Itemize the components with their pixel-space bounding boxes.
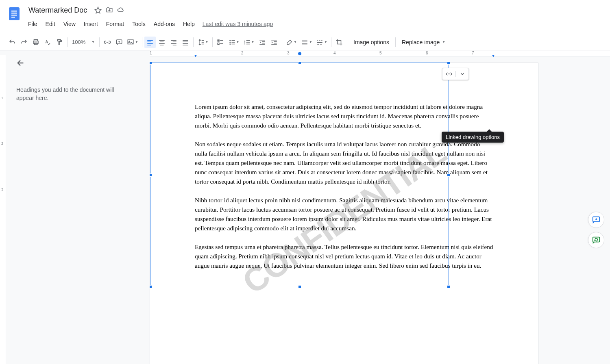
spellcheck-button[interactable] xyxy=(42,37,53,48)
svg-rect-1 xyxy=(11,11,17,12)
document-title[interactable]: Watermarked Doc xyxy=(26,5,89,15)
decrease-indent-button[interactable] xyxy=(257,37,268,48)
align-justify-button[interactable] xyxy=(180,37,191,48)
print-button[interactable] xyxy=(30,37,41,48)
svg-rect-52 xyxy=(302,41,307,42)
svg-rect-26 xyxy=(183,45,188,46)
svg-rect-44 xyxy=(262,41,265,42)
zoom-select[interactable]: 100%▼ xyxy=(70,37,97,48)
vertical-ruler: 1 2 3 xyxy=(0,55,6,364)
menu-help[interactable]: Help xyxy=(179,19,198,29)
menu-addons[interactable]: Add-ons xyxy=(150,19,179,29)
align-left-button[interactable] xyxy=(144,37,156,48)
svg-rect-61 xyxy=(322,44,322,45)
align-center-button[interactable] xyxy=(156,37,168,48)
insert-link-button[interactable] xyxy=(102,37,113,48)
horizontal-ruler[interactable]: 1 ▾ 2 3 4 5 6 7 ▾ xyxy=(150,50,610,56)
linked-drawing-pill xyxy=(442,68,469,80)
indent-marker-left[interactable]: ▾ xyxy=(194,53,197,58)
menu-edit[interactable]: Edit xyxy=(42,19,59,29)
svg-rect-20 xyxy=(173,41,176,42)
move-icon[interactable] xyxy=(105,6,114,15)
checklist-button[interactable] xyxy=(215,37,226,48)
svg-rect-0 xyxy=(9,7,20,20)
suggest-edits-rail-button[interactable] xyxy=(588,232,604,248)
svg-rect-19 xyxy=(171,40,176,41)
resize-handle[interactable] xyxy=(150,61,152,65)
border-dash-button[interactable]: ▼ xyxy=(314,37,329,48)
zoom-value: 100% xyxy=(72,39,85,45)
resize-handle[interactable] xyxy=(447,173,450,177)
border-weight-button[interactable]: ▼ xyxy=(299,37,314,48)
star-icon[interactable] xyxy=(94,6,102,15)
menu-tools[interactable]: Tools xyxy=(129,19,149,29)
docs-logo[interactable] xyxy=(7,6,23,22)
menu-view[interactable]: View xyxy=(60,19,79,29)
svg-rect-16 xyxy=(160,41,164,42)
increase-indent-button[interactable] xyxy=(268,37,280,48)
separator xyxy=(331,37,331,47)
right-rail xyxy=(588,212,604,248)
separator xyxy=(193,37,194,47)
svg-rect-28 xyxy=(218,43,219,44)
resize-handle[interactable] xyxy=(298,285,301,288)
last-edit-link[interactable]: Last edit was 3 minutes ago xyxy=(203,21,273,27)
image-options-button[interactable]: Image options xyxy=(349,37,393,48)
resize-handle[interactable] xyxy=(298,61,301,65)
image-options-label: Image options xyxy=(353,39,389,46)
svg-rect-54 xyxy=(317,40,318,41)
replace-image-button[interactable]: Replace image▼ xyxy=(398,37,449,48)
resize-handle[interactable] xyxy=(150,173,152,177)
redo-button[interactable] xyxy=(18,37,30,48)
canvas[interactable]: 1 ▾ 2 3 4 5 6 7 ▾ CONFIDENTIAL Lorem ips… xyxy=(150,50,610,364)
line-spacing-button[interactable]: ▼ xyxy=(196,37,210,48)
undo-button[interactable] xyxy=(7,37,18,48)
chevron-down-icon: ▼ xyxy=(92,40,95,44)
menu-file[interactable]: File xyxy=(24,19,41,29)
separator xyxy=(67,37,68,47)
numbered-list-button[interactable]: 123▼ xyxy=(242,37,256,48)
align-right-button[interactable] xyxy=(168,37,179,48)
resize-handle[interactable] xyxy=(447,285,450,288)
title-area: Watermarked Doc File Edit View Insert Fo… xyxy=(26,3,603,30)
svg-rect-21 xyxy=(171,43,176,44)
toolbar: 100%▼ ▼ ▼ ▼ 123▼ ▼ ▼ ▼ Image options Rep… xyxy=(0,34,610,50)
svg-rect-2 xyxy=(11,13,17,14)
selection-box[interactable] xyxy=(150,63,449,287)
page[interactable]: CONFIDENTIAL Lorem ipsum dolor sit amet,… xyxy=(150,63,538,364)
indent-marker-right[interactable]: ▾ xyxy=(492,53,495,58)
tooltip-linked-drawing: Linked drawing options xyxy=(442,132,504,143)
resize-handle[interactable] xyxy=(150,285,152,288)
separator xyxy=(142,37,142,47)
menubar: File Edit View Insert Format Tools Add-o… xyxy=(24,18,603,30)
svg-rect-47 xyxy=(271,40,277,41)
svg-rect-49 xyxy=(274,43,277,43)
svg-rect-23 xyxy=(183,40,188,41)
svg-rect-13 xyxy=(147,43,153,44)
cloud-status-icon[interactable] xyxy=(116,6,125,15)
outline-back-button[interactable] xyxy=(16,58,26,69)
svg-rect-25 xyxy=(183,43,188,44)
svg-rect-40 xyxy=(246,40,250,41)
paint-format-button[interactable] xyxy=(54,37,65,48)
linked-icon[interactable] xyxy=(442,71,455,77)
svg-rect-17 xyxy=(159,43,165,44)
border-color-button[interactable]: ▼ xyxy=(284,37,299,48)
editor: 1 2 3 Headings you add to the document w… xyxy=(0,50,610,364)
crop-button[interactable] xyxy=(333,37,345,48)
svg-rect-43 xyxy=(259,40,265,41)
svg-text:3: 3 xyxy=(244,43,245,45)
rotate-handle[interactable] xyxy=(298,52,302,56)
linked-options-button[interactable] xyxy=(455,71,468,77)
add-comment-button[interactable] xyxy=(113,37,125,48)
menu-format[interactable]: Format xyxy=(102,19,128,29)
separator xyxy=(347,37,347,47)
insert-image-button[interactable]: ▼ xyxy=(125,37,140,48)
svg-rect-4 xyxy=(11,17,15,18)
bulleted-list-button[interactable]: ▼ xyxy=(227,37,241,48)
svg-rect-36 xyxy=(231,43,235,44)
resize-handle[interactable] xyxy=(447,61,450,65)
svg-rect-45 xyxy=(262,43,265,43)
menu-insert[interactable]: Insert xyxy=(80,19,102,29)
add-comment-rail-button[interactable] xyxy=(588,212,604,228)
